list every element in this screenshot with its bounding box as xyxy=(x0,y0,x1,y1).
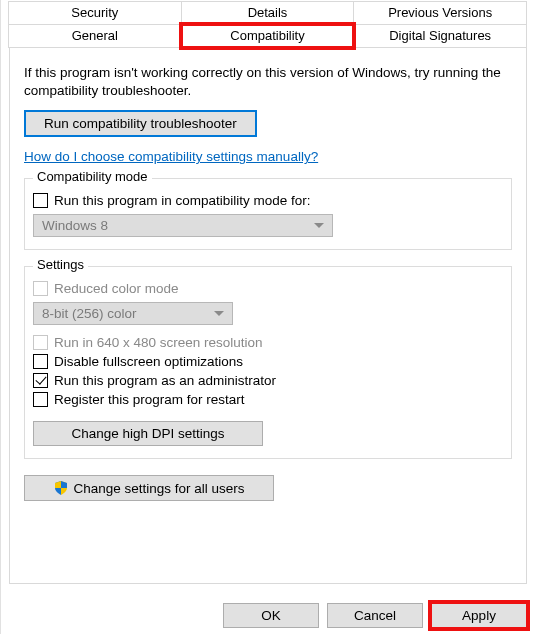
dialog-footer: OK Cancel Apply xyxy=(223,603,527,628)
intro-text: If this program isn't working correctly … xyxy=(24,64,512,100)
tab-general[interactable]: General xyxy=(8,24,182,48)
run-as-admin-label: Run this program as an administrator xyxy=(54,373,276,388)
disable-fullscreen-label: Disable fullscreen optimizations xyxy=(54,354,243,369)
shield-icon xyxy=(53,480,69,496)
checkbox-checked-icon xyxy=(33,373,48,388)
settings-group: Settings Reduced color mode 8-bit (256) … xyxy=(24,266,512,459)
group-title: Compatibility mode xyxy=(33,169,152,184)
cancel-button[interactable]: Cancel xyxy=(327,603,423,628)
ok-button[interactable]: OK xyxy=(223,603,319,628)
tab-details[interactable]: Details xyxy=(181,1,355,25)
help-link[interactable]: How do I choose compatibility settings m… xyxy=(24,149,318,164)
disable-fullscreen-checkbox-row[interactable]: Disable fullscreen optimizations xyxy=(33,354,503,369)
run-as-admin-checkbox-row[interactable]: Run this program as an administrator xyxy=(33,373,503,388)
tab-security[interactable]: Security xyxy=(8,1,182,25)
tab-row-1: Security Details Previous Versions xyxy=(9,1,527,25)
tab-strip: Security Details Previous Versions Gener… xyxy=(1,0,533,48)
chevron-down-icon xyxy=(214,311,224,316)
apply-button[interactable]: Apply xyxy=(431,603,527,628)
tab-row-2: General Compatibility Digital Signatures xyxy=(9,24,527,48)
tab-digital-signatures[interactable]: Digital Signatures xyxy=(353,24,527,48)
register-restart-label: Register this program for restart xyxy=(54,392,245,407)
compat-mode-combo-value: Windows 8 xyxy=(42,218,108,233)
chevron-down-icon xyxy=(314,223,324,228)
compat-mode-checkbox-label: Run this program in compatibility mode f… xyxy=(54,193,311,208)
reduced-color-checkbox-row: Reduced color mode xyxy=(33,281,503,296)
color-combo: 8-bit (256) color xyxy=(33,302,233,325)
checkbox-icon xyxy=(33,354,48,369)
color-combo-value: 8-bit (256) color xyxy=(42,306,137,321)
run-troubleshooter-button[interactable]: Run compatibility troubleshooter xyxy=(24,110,257,137)
compat-mode-combo[interactable]: Windows 8 xyxy=(33,214,333,237)
reduced-color-label: Reduced color mode xyxy=(54,281,179,296)
properties-dialog: Security Details Previous Versions Gener… xyxy=(0,0,533,634)
change-dpi-button[interactable]: Change high DPI settings xyxy=(33,421,263,446)
checkbox-icon xyxy=(33,335,48,350)
checkbox-icon xyxy=(33,392,48,407)
register-restart-checkbox-row[interactable]: Register this program for restart xyxy=(33,392,503,407)
tab-previous-versions[interactable]: Previous Versions xyxy=(353,1,527,25)
run-640-checkbox-row: Run in 640 x 480 screen resolution xyxy=(33,335,503,350)
checkbox-icon xyxy=(33,281,48,296)
compat-mode-checkbox-row[interactable]: Run this program in compatibility mode f… xyxy=(33,193,503,208)
run-640-label: Run in 640 x 480 screen resolution xyxy=(54,335,263,350)
change-all-users-label: Change settings for all users xyxy=(73,481,244,496)
tab-compatibility[interactable]: Compatibility xyxy=(181,24,355,48)
tab-content-compatibility: If this program isn't working correctly … xyxy=(9,48,527,584)
compatibility-mode-group: Compatibility mode Run this program in c… xyxy=(24,178,512,250)
checkbox-icon xyxy=(33,193,48,208)
group-title: Settings xyxy=(33,257,88,272)
change-all-users-button[interactable]: Change settings for all users xyxy=(24,475,274,501)
